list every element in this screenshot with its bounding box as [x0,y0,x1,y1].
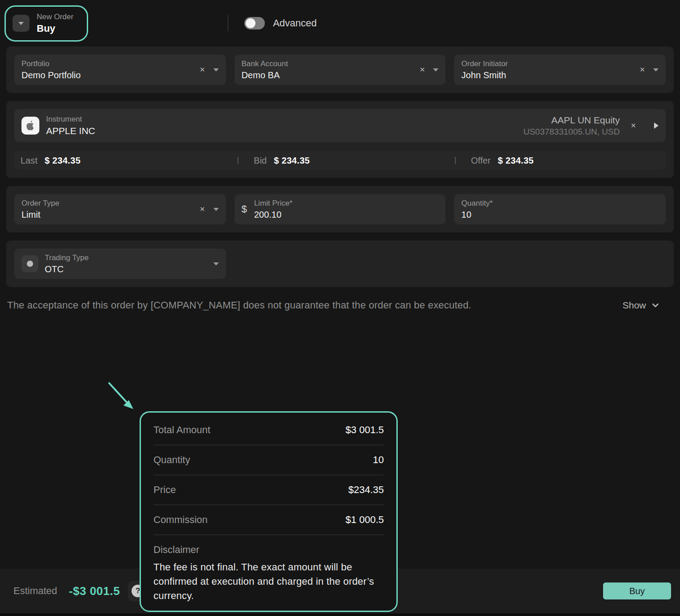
trading-type-icon [21,255,38,272]
bank-account-label: Bank Account [242,59,416,68]
advanced-label: Advanced [273,17,317,29]
expand-right-icon[interactable] [654,122,659,129]
quote-divider [455,157,456,164]
order-initiator-label: Order Initiator [461,59,636,68]
limit-price-input[interactable]: $ Limit Price* 200.10 [234,194,446,224]
trading-type-value: OTC [45,264,213,274]
order-side-picker[interactable]: New Order Buy [4,5,88,42]
chevron-down-icon[interactable] [213,262,219,266]
tooltip-disclaimer-label: Disclaimer [153,544,384,556]
show-toggle[interactable]: Show [622,300,660,311]
side-dropdown-button[interactable] [13,15,30,32]
clear-icon[interactable]: ✕ [200,66,205,74]
buy-button[interactable]: Buy [603,582,671,599]
instrument-name: APPLE INC [46,126,523,136]
instrument-isin: US0378331005.UN, USD [523,127,620,137]
acceptance-note-row: The acceptance of this order by [COMPANY… [7,300,673,311]
last-label: Last [21,156,38,166]
pointer-arrow [104,378,144,418]
trading-type-label: Trading Type [45,253,213,262]
bottom-edge [0,613,680,616]
summary-row-price: Price $234.35 [153,475,384,505]
bid-quote: Bid $ 234.35 [231,156,448,166]
summary-row-total: Total Amount $3 001.5 [153,415,384,445]
quote-divider [238,157,238,164]
order-params-section: Order Type Limit ✕ $ Limit Price* 200.10… [6,186,674,232]
order-type-value: Limit [21,210,196,220]
apple-logo-icon [21,117,39,135]
price-label: Price [153,484,176,496]
total-amount-label: Total Amount [153,424,210,436]
portfolio-label: Portfolio [21,59,196,68]
quote-bar: Last $ 234.35 Bid $ 234.35 Offer $ 234.3… [14,151,666,170]
offer-quote: Offer $ 234.35 [449,156,666,166]
last-value: $ 234.35 [45,156,81,166]
last-quote: Last $ 234.35 [14,156,231,166]
clear-icon[interactable]: ✕ [420,66,425,74]
instrument-ticker: AAPL UN Equity [523,115,620,126]
quantity-label: Quantity [153,454,190,466]
order-side-value: Buy [37,23,73,34]
order-entry-window: New Order Buy Advanced Portfolio Demo Po… [0,0,680,616]
offer-label: Offer [471,156,491,166]
chevron-down-icon[interactable] [433,68,438,72]
quantity-input[interactable]: Quantity* 10 [454,194,666,224]
total-amount-value: $3 001.5 [345,424,384,436]
instrument-identifiers: AAPL UN Equity US0378331005.UN, USD [523,115,620,137]
bank-account-select[interactable]: Bank Account Demo BA ✕ [234,55,446,85]
portfolio-value: Demo Portfolio [21,70,196,80]
order-summary-tooltip: Total Amount $3 001.5 Quantity 10 Price … [140,411,398,612]
dot-icon [27,261,33,267]
commission-label: Commission [153,514,208,526]
order-initiator-value: John Smith [461,70,636,80]
quantity-label: Quantity* [461,199,659,208]
summary-row-commission: Commission $1 000.5 [153,505,384,535]
clear-icon[interactable]: ✕ [200,205,205,213]
limit-price-label: Limit Price* [254,199,438,208]
order-type-label: Order Type [21,199,196,208]
offer-value: $ 234.35 [498,156,534,166]
selectors-section: Portfolio Demo Portfolio ✕ Bank Account … [6,46,674,93]
limit-price-value: 200.10 [254,210,438,220]
clear-icon[interactable]: ✕ [630,122,636,130]
price-value: $234.35 [348,484,384,496]
estimated-value: -$3 001.5 [69,584,120,598]
new-order-label: New Order [37,13,73,21]
quantity-value: 10 [373,454,384,466]
bid-label: Bid [254,156,267,166]
instrument-section: Instrument APPLE INC AAPL UN Equity US03… [6,101,674,178]
clear-icon[interactable]: ✕ [639,66,645,74]
header: New Order Buy Advanced [0,0,680,46]
show-label: Show [622,300,646,311]
commission-value: $1 000.5 [345,514,384,526]
bank-account-value: Demo BA [242,70,416,80]
toggle-knob [246,18,255,28]
bid-value: $ 234.35 [274,156,310,166]
order-initiator-select[interactable]: Order Initiator John Smith ✕ [454,55,666,85]
chevron-down-icon[interactable] [213,68,219,72]
chevron-down-icon [650,300,660,310]
trading-type-select[interactable]: Trading Type OTC [14,249,226,279]
header-divider [228,15,228,31]
side-labels: New Order Buy [37,13,73,34]
estimated-label: Estimated [13,585,57,597]
chevron-down-icon[interactable] [653,68,659,72]
summary-row-quantity: Quantity 10 [153,445,384,475]
order-type-select[interactable]: Order Type Limit ✕ [14,194,226,224]
quantity-value: 10 [461,210,659,220]
instrument-select[interactable]: Instrument APPLE INC AAPL UN Equity US03… [14,109,666,142]
instrument-label: Instrument [46,115,523,124]
trading-type-section: Trading Type OTC [6,240,674,287]
chevron-down-icon [18,22,24,25]
portfolio-select[interactable]: Portfolio Demo Portfolio ✕ [14,55,226,85]
acceptance-note: The acceptance of this order by [COMPANY… [7,300,472,311]
tooltip-disclaimer-text: The fee is not final. The exact amount w… [153,560,384,603]
chevron-down-icon[interactable] [213,208,219,211]
advanced-toggle[interactable] [244,17,265,30]
dollar-icon: $ [242,203,247,215]
